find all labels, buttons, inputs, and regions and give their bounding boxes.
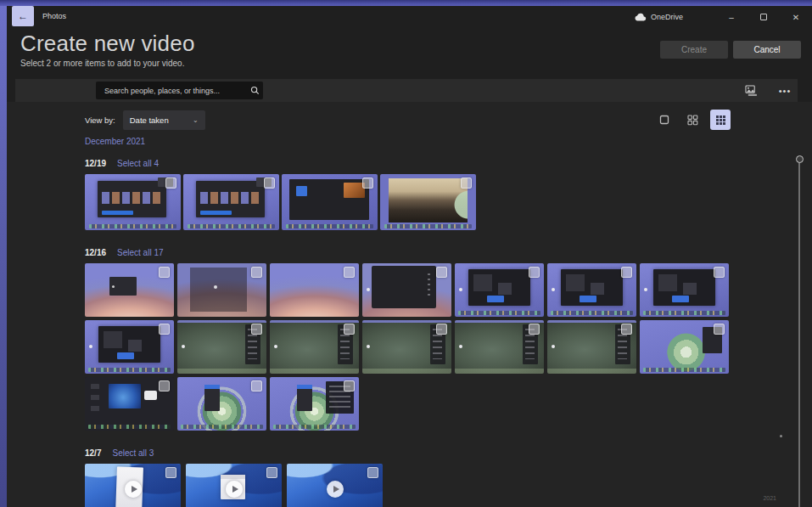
screen: ← Photos OneDrive – ✕ Create new video S…: [0, 0, 812, 507]
thumbnail-content-layer: [468, 269, 531, 306]
date-section: 12/19Select all 4: [85, 159, 812, 230]
thumbnail-row: [85, 464, 812, 507]
thumbnail-checkbox[interactable]: [362, 177, 373, 189]
thumbnail-checkbox[interactable]: [266, 467, 277, 478]
photo-thumbnail[interactable]: [85, 377, 174, 431]
thumbnail-content-layer: [372, 266, 437, 308]
thumbnail-checkbox[interactable]: [159, 380, 170, 392]
thumbnail-checkbox[interactable]: [621, 267, 632, 278]
thumbnail-checkbox[interactable]: [714, 267, 725, 278]
back-button[interactable]: ←: [12, 6, 34, 26]
thumbnail-row: [85, 174, 812, 230]
titlebar: ← Photos OneDrive – ✕: [7, 6, 812, 28]
month-header: December 2021: [85, 137, 812, 146]
timeline-year-label: 2021: [763, 495, 776, 501]
toolbar: •••: [15, 79, 798, 102]
view-mode-single-button[interactable]: [654, 110, 675, 130]
thumbnail-checkbox[interactable]: [251, 380, 262, 392]
thumbnail-checkbox[interactable]: [344, 267, 355, 278]
thumbnail-content-layer: [389, 178, 468, 223]
thumbnail-checkbox[interactable]: [529, 324, 540, 335]
photo-thumbnail[interactable]: [455, 263, 544, 317]
view-mode-grid-button[interactable]: [682, 110, 703, 130]
see-more-icon[interactable]: •••: [777, 83, 792, 98]
photo-thumbnail[interactable]: [362, 263, 451, 317]
photo-thumbnail[interactable]: [547, 320, 636, 374]
timeline-scrollbar[interactable]: [798, 157, 800, 507]
photo-thumbnail[interactable]: [270, 377, 359, 431]
photo-thumbnail[interactable]: [640, 263, 729, 317]
onedrive-label: OneDrive: [651, 13, 683, 21]
close-button[interactable]: ✕: [780, 6, 812, 28]
section-date-label: 12/7: [85, 448, 101, 458]
photo-thumbnail[interactable]: [85, 320, 174, 374]
thumbnail-checkbox[interactable]: [529, 267, 540, 278]
photo-thumbnail[interactable]: [186, 464, 282, 507]
thumbnail-checkbox[interactable]: [159, 324, 170, 335]
thumbnail-row: [85, 377, 812, 431]
photo-thumbnail[interactable]: [85, 464, 181, 507]
thumbnail-checkbox[interactable]: [714, 324, 725, 335]
photo-thumbnail[interactable]: [177, 320, 266, 374]
search-icon[interactable]: [246, 82, 263, 99]
thumbnail-checkbox[interactable]: [264, 177, 275, 189]
thumbnail-checkbox[interactable]: [621, 324, 632, 335]
photo-thumbnail[interactable]: [177, 377, 266, 431]
thumbnail-checkbox[interactable]: [367, 467, 378, 478]
view-mode-toggles: [654, 110, 731, 130]
photo-thumbnail[interactable]: [547, 263, 636, 317]
select-all-link[interactable]: Select all 17: [117, 248, 163, 257]
thumbnail-checkbox[interactable]: [165, 177, 176, 189]
photos-app-window: ← Photos OneDrive – ✕ Create new video S…: [7, 6, 812, 507]
search-box[interactable]: [96, 82, 263, 99]
thumbnail-checkbox[interactable]: [251, 267, 262, 278]
thumbnail-checkbox[interactable]: [159, 267, 170, 278]
section-date-label: 12/16: [85, 248, 106, 257]
thumbnail-checkbox[interactable]: [436, 324, 447, 335]
photo-thumbnail[interactable]: [380, 174, 476, 230]
view-mode-dense-grid-button[interactable]: [710, 110, 731, 130]
section-header: 12/19Select all 4: [85, 159, 812, 168]
thumbnail-checkbox[interactable]: [251, 324, 262, 335]
photo-thumbnail[interactable]: [85, 263, 174, 317]
maximize-button[interactable]: [748, 6, 780, 28]
thumbnail-content-layer: [196, 181, 265, 218]
thumbnail-checkbox[interactable]: [344, 380, 355, 392]
play-icon: [125, 481, 142, 498]
section-header: 12/16Select all 17: [85, 248, 812, 257]
section-date-label: 12/19: [85, 159, 106, 168]
thumbnail-checkbox[interactable]: [344, 324, 355, 335]
thumbnail-content-layer: [289, 179, 369, 220]
photo-thumbnail[interactable]: [183, 174, 279, 230]
photo-thumbnail[interactable]: [282, 174, 378, 230]
photo-sections: 12/19Select all 412/16Select all 1712/7S…: [85, 159, 812, 507]
photo-thumbnail[interactable]: [177, 263, 266, 317]
view-by-dropdown[interactable]: Date taken ⌄: [123, 110, 205, 130]
select-all-link[interactable]: Select all 4: [117, 159, 159, 168]
thumbnail-row: [85, 320, 812, 374]
thumbnail-checkbox[interactable]: [436, 267, 447, 278]
photo-thumbnail[interactable]: [455, 320, 544, 374]
import-icon[interactable]: [743, 83, 759, 98]
thumbnail-checkbox[interactable]: [461, 177, 472, 189]
photo-thumbnail[interactable]: [287, 464, 383, 507]
desktop-wallpaper-top-strip: [0, 0, 812, 6]
search-input[interactable]: [96, 87, 246, 95]
view-bar: View by: Date taken ⌄: [85, 110, 812, 131]
timeline-scrollbar-knob[interactable]: [796, 155, 804, 163]
cancel-button[interactable]: Cancel: [733, 41, 801, 59]
photo-thumbnail[interactable]: [270, 263, 359, 317]
minimize-button[interactable]: –: [715, 6, 748, 28]
timeline-scroll-tick: [780, 435, 782, 437]
thumbnail-accent-layer: [144, 391, 157, 400]
photo-thumbnail[interactable]: [362, 320, 451, 374]
photo-thumbnail[interactable]: [640, 320, 729, 374]
onedrive-status[interactable]: OneDrive: [634, 6, 683, 28]
view-by-value: Date taken: [130, 115, 193, 125]
photo-thumbnail[interactable]: [85, 174, 181, 230]
photo-thumbnail[interactable]: [270, 320, 359, 374]
select-all-link[interactable]: Select all 3: [112, 448, 154, 458]
create-button[interactable]: Create: [660, 41, 728, 59]
thumbnail-content-layer: [297, 385, 313, 410]
thumbnail-checkbox[interactable]: [165, 467, 176, 478]
